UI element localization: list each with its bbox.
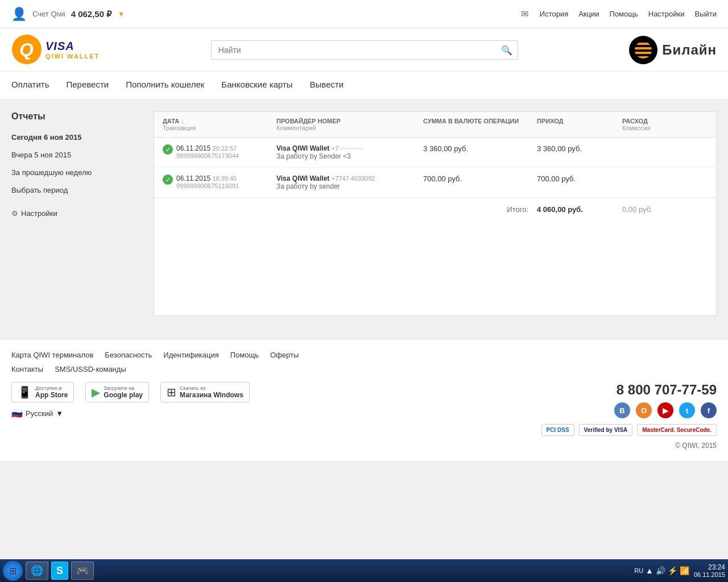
beeline-circle (629, 36, 657, 64)
social-youtube[interactable]: ▶ (657, 402, 673, 418)
footer-link-terminals[interactable]: Карта QIWI терминалов (11, 351, 93, 359)
table-row: ✓ 06.11.2015 18:39:45 999999900675116091… (154, 168, 716, 198)
footer-link-security[interactable]: Безопасность (105, 351, 152, 359)
total-expense: 0,00 руб. (622, 205, 708, 214)
footer-bottom-left: 📱 Доступно в App Store ▶ Загрузите на Go… (11, 382, 250, 419)
th-income: ПРИХОД (537, 118, 622, 131)
total-row: Итого: 4 060,00 руб. 0,00 руб. (154, 198, 716, 221)
cell-provider-1: Visa QIWI Wallet +7 ··· ········· За раб… (276, 144, 423, 160)
footer-link-id[interactable]: Идентификация (163, 351, 218, 359)
menu-cards[interactable]: Банковские карты (221, 72, 292, 99)
menu-topup[interactable]: Пополнить кошелек (126, 72, 204, 99)
cell-date-2: ✓ 06.11.2015 18:39:45 999999900675116091 (163, 174, 276, 189)
total-income: 4 060,00 руб. (537, 205, 622, 214)
balance-arrow-icon[interactable]: ▼ (118, 10, 125, 18)
reports-table: ДАТА ↓ Транзакция ПРОВАЙДЕР НОМЕР Коммен… (154, 111, 717, 316)
th-provider: ПРОВАЙДЕР НОМЕР Комментарий (276, 118, 423, 131)
lang-label: Русский (26, 409, 53, 418)
svg-text:Q: Q (19, 39, 34, 60)
flag-icon: 🇷🇺 (11, 408, 23, 419)
appstore-icon: 📱 (18, 385, 32, 399)
menu-withdraw[interactable]: Вывести (310, 72, 344, 99)
beeline-stripes (635, 41, 652, 59)
social-icons: В О ▶ t f (541, 402, 717, 418)
sidebar-title: Отчеты (11, 111, 142, 122)
nav-actions[interactable]: Акции (578, 10, 599, 18)
footer-link-sms[interactable]: SMS/USSD-команды (55, 365, 126, 373)
cell-provider-2: Visa QIWI Wallet +7747·4033092 За работу… (276, 174, 423, 190)
social-facebook[interactable]: f (701, 402, 717, 418)
footer-links-row2: Контакты SMS/USSD-команды (11, 365, 717, 373)
avatar-icon[interactable]: 👤 (11, 7, 27, 22)
sidebar-item-period[interactable]: Выбрать период (11, 181, 142, 199)
th-expense: РАСХОД Комиссия (622, 118, 708, 131)
sidebar-item-week[interactable]: За прошедшую неделю (11, 164, 142, 181)
account-balance: 4 062,50 ₽ (71, 9, 113, 19)
sidebar-item-today[interactable]: Сегодня 6 ноя 2015 (11, 128, 142, 146)
appstore-text: Доступно в App Store (35, 385, 68, 399)
footer-apps: 📱 Доступно в App Store ▶ Загрузите на Go… (11, 382, 250, 402)
mail-icon[interactable]: ✉ (521, 9, 528, 19)
search-input[interactable] (211, 40, 518, 60)
th-date: ДАТА ↓ Транзакция (163, 118, 276, 131)
google-play-badge[interactable]: ▶ Загрузите на Google play (85, 382, 149, 402)
footer: Карта QIWI терминалов Безопасность Идент… (0, 339, 728, 461)
footer-copyright: © QIWI, 2015 (541, 442, 717, 450)
social-twitter[interactable]: t (679, 402, 695, 418)
th-amount: СУММА В ВАЛЮТЕ ОПЕРАЦИИ (423, 118, 537, 131)
header: Q VISA QIWI WALLET 🔍 Билайн (0, 28, 728, 72)
lang-arrow-icon: ▼ (56, 409, 63, 418)
logo-text: VISA QIWI WALLET (46, 40, 100, 60)
social-vk[interactable]: В (614, 402, 630, 418)
nav-logout[interactable]: Выйти (695, 10, 717, 18)
social-ok[interactable]: О (636, 402, 652, 418)
menu-transfer[interactable]: Перевести (67, 72, 109, 99)
nav-menu: Оплатить Перевести Пополнить кошелек Бан… (0, 72, 728, 100)
security-badges: PCI DSS Verified by VISA MasterCard. Sec… (541, 424, 717, 436)
cell-amount-1: 3 360,00 руб. (423, 144, 537, 153)
main-content: Отчеты Сегодня 6 ноя 2015 Вчера 5 ноя 20… (0, 100, 728, 327)
footer-link-offers[interactable]: Оферты (270, 351, 299, 359)
cell-date-1: ✓ 06.11.2015 20:22:57 999999900675173044 (163, 144, 276, 159)
app-store-badge[interactable]: 📱 Доступно в App Store (11, 382, 74, 402)
footer-lang[interactable]: 🇷🇺 Русский ▼ (11, 408, 250, 419)
status-ok-icon-1: ✓ (163, 144, 173, 155)
nav-settings[interactable]: Настройки (648, 10, 685, 18)
footer-bottom: 📱 Доступно в App Store ▶ Загрузите на Go… (11, 382, 717, 450)
top-bar-left: 👤 Счет Qiwi 4 062,50 ₽ ▼ (11, 7, 125, 22)
menu-pay[interactable]: Оплатить (11, 72, 49, 99)
beeline-text: Билайн (662, 42, 717, 58)
verified-visa-badge: Verified by VISA (579, 424, 633, 436)
beeline-logo: Билайн (629, 36, 717, 64)
windows-icon: ⊞ (167, 385, 176, 399)
total-cells: Итого: 4 060,00 руб. 0,00 руб. (417, 205, 708, 214)
logo[interactable]: Q VISA QIWI WALLET (11, 34, 100, 65)
googleplay-text: Загрузите на Google play (104, 385, 143, 399)
sidebar-settings[interactable]: ⚙ Настройки (11, 205, 142, 222)
total-label: Итого: (417, 205, 537, 214)
footer-right: 8 800 707-77-59 В О ▶ t f PCI DSS Verifi… (541, 382, 717, 450)
table-header: ДАТА ↓ Транзакция ПРОВАЙДЕР НОМЕР Коммен… (154, 112, 716, 138)
cell-income-2: 700,00 руб. (537, 174, 622, 183)
status-ok-icon-2: ✓ (163, 174, 173, 185)
sidebar-item-yesterday[interactable]: Вчера 5 ноя 2015 (11, 146, 142, 164)
sidebar: Отчеты Сегодня 6 ноя 2015 Вчера 5 ноя 20… (11, 111, 142, 316)
nav-help[interactable]: Помощь (610, 10, 638, 18)
search-icon[interactable]: 🔍 (501, 44, 512, 55)
nav-history[interactable]: История (540, 10, 568, 18)
search-box[interactable]: 🔍 (211, 40, 518, 60)
footer-link-contacts[interactable]: Контакты (11, 365, 43, 373)
top-bar: 👤 Счет Qiwi 4 062,50 ₽ ▼ ✉ История Акции… (0, 0, 728, 28)
account-label: Счет Qiwi (32, 10, 65, 18)
googleplay-icon: ▶ (92, 385, 100, 399)
qiwi-wallet-text: QIWI WALLET (46, 53, 100, 60)
top-nav: История Акции Помощь Настройки Выйти (540, 10, 717, 18)
pci-badge: PCI DSS (541, 424, 574, 436)
footer-link-help[interactable]: Помощь (230, 351, 259, 359)
footer-links-row1: Карта QIWI терминалов Безопасность Идент… (11, 351, 717, 359)
mastercard-badge: MasterCard. SecureCode. (637, 424, 717, 436)
windows-badge[interactable]: ⊞ Скачать из Магазина Windows (160, 382, 250, 402)
footer-phone: 8 800 707-77-59 (541, 382, 717, 398)
cell-income-1: 3 360,00 руб. (537, 144, 622, 153)
table-row: ✓ 06.11.2015 20:22:57 999999900675173044… (154, 138, 716, 168)
